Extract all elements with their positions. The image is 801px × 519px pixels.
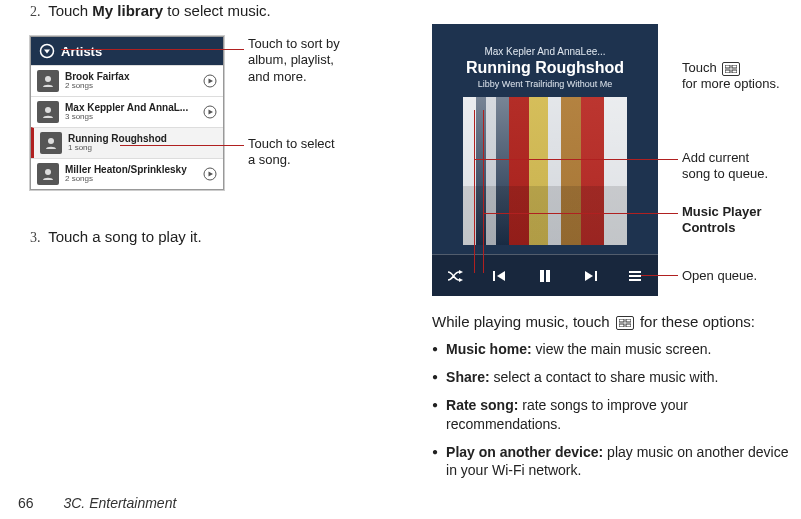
player-controls (432, 254, 658, 296)
svg-rect-22 (629, 279, 641, 281)
sort-icon (39, 43, 55, 59)
svg-marker-15 (497, 271, 505, 281)
page-number: 66 (18, 495, 34, 511)
svg-marker-11 (209, 172, 214, 177)
option-share: ● Share: select a contact to share music… (432, 368, 790, 386)
artist-sub: 2 songs (65, 82, 197, 91)
page-footer: 66 3C. Entertainment (18, 495, 176, 511)
artist-sub: 3 songs (65, 113, 197, 122)
pause-button[interactable] (531, 262, 559, 290)
callout-line (483, 213, 678, 214)
next-button[interactable] (576, 262, 604, 290)
svg-marker-4 (209, 79, 214, 84)
artists-panel: Artists Brook Fairfax 2 songs Max Kepple… (30, 36, 224, 190)
option-music-home: ● Music home: view the main music screen… (432, 340, 790, 358)
step-2-text-a: Touch (48, 2, 92, 19)
svg-point-5 (45, 107, 51, 113)
step-2-text-b: to select music. (163, 2, 271, 19)
callout-line (61, 49, 244, 50)
callout-line (641, 275, 678, 276)
prev-button[interactable] (486, 262, 514, 290)
bullet-icon: ● (432, 368, 438, 386)
artist-row[interactable]: Miller Heaton/Sprinklesky 2 songs (31, 158, 223, 189)
bullet-icon: ● (432, 340, 438, 358)
callout-open-queue: Open queue. (682, 268, 757, 284)
artists-header[interactable]: Artists (31, 37, 223, 65)
play-icon[interactable] (203, 105, 217, 119)
svg-point-8 (48, 138, 54, 144)
callout-player-controls: Music Player Controls (682, 204, 762, 237)
svg-marker-12 (459, 270, 463, 274)
player-artist: Max Kepler And AnnaLee... (484, 46, 605, 57)
svg-rect-23 (725, 65, 730, 68)
menu-icon (616, 316, 634, 330)
play-icon[interactable] (203, 74, 217, 88)
callout-select-song: Touch to select a song. (248, 136, 335, 169)
step-3-text: Touch a song to play it. (48, 228, 201, 245)
artists-header-label: Artists (61, 44, 102, 59)
svg-rect-16 (540, 270, 544, 282)
callout-sort: Touch to sort by album, playlist, and mo… (248, 36, 340, 85)
person-icon (37, 70, 59, 92)
step-2-number: 2. (30, 4, 41, 19)
svg-rect-27 (619, 319, 624, 322)
callout-line (483, 110, 484, 273)
person-icon (40, 132, 62, 154)
step-3-number: 3. (30, 230, 41, 245)
svg-rect-17 (546, 270, 550, 282)
option-play-another-device: ● Play on another device: play music on … (432, 443, 790, 479)
artist-row[interactable]: Max Keppler And AnnaL... 3 songs (31, 96, 223, 127)
svg-marker-7 (209, 110, 214, 115)
callout-line (474, 159, 678, 160)
svg-rect-29 (619, 324, 624, 327)
person-icon (37, 163, 59, 185)
callout-add-queue: Add current song to queue. (682, 150, 768, 183)
step-3: 3. Touch a song to play it. (30, 228, 390, 246)
svg-rect-30 (626, 324, 631, 327)
bullet-icon: ● (432, 396, 438, 432)
player-title: Running Roughshod (466, 59, 624, 77)
callout-line (474, 110, 475, 273)
section-title: 3C. Entertainment (63, 495, 176, 511)
svg-rect-26 (732, 70, 737, 73)
step-2: 2. Touch My library to select music. (30, 2, 390, 20)
artist-row[interactable]: Running Roughshod 1 song (31, 127, 223, 158)
bullet-icon: ● (432, 443, 438, 479)
svg-marker-19 (585, 271, 593, 281)
options-list: ● Music home: view the main music screen… (432, 340, 790, 489)
player-album: Libby Went Trailriding Without Me (478, 79, 612, 89)
svg-marker-1 (44, 50, 50, 54)
shuffle-button[interactable] (441, 262, 469, 290)
while-playing-text: While playing music, touch for these opt… (432, 313, 790, 330)
svg-point-2 (45, 76, 51, 82)
option-rate-song: ● Rate song: rate songs to improve your … (432, 396, 790, 432)
svg-rect-28 (626, 319, 631, 322)
artist-sub: 2 songs (65, 175, 197, 184)
person-icon (37, 101, 59, 123)
callout-more-options: Touch for more options. (682, 60, 780, 93)
play-icon[interactable] (203, 167, 217, 181)
step-2-bold: My library (92, 2, 163, 19)
svg-rect-14 (493, 271, 495, 281)
svg-point-9 (45, 169, 51, 175)
artist-row[interactable]: Brook Fairfax 2 songs (31, 65, 223, 96)
svg-rect-18 (595, 271, 597, 281)
svg-rect-25 (725, 70, 730, 73)
svg-rect-21 (629, 275, 641, 277)
svg-rect-20 (629, 271, 641, 273)
svg-rect-24 (732, 65, 737, 68)
menu-icon (722, 62, 740, 76)
svg-marker-13 (459, 278, 463, 282)
album-art (463, 97, 627, 245)
callout-line (120, 145, 244, 146)
